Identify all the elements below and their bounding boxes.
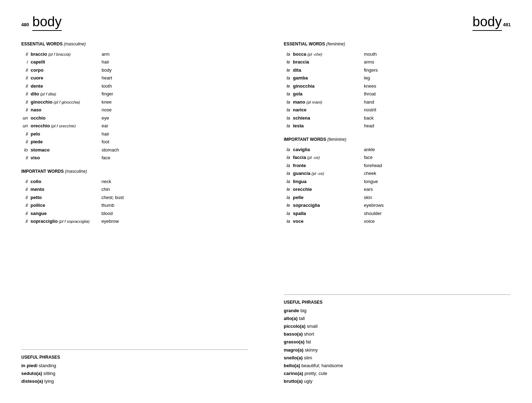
italian-cell: pelo <box>29 130 100 138</box>
left-phrases-list: in piedi standingseduto(a) sittingdistes… <box>21 362 248 385</box>
word-row: lamano (pl mani)hand <box>284 98 511 106</box>
word-row: lalinguatongue <box>284 177 511 186</box>
article-cell: la <box>284 209 292 217</box>
italian-cell: mano (pl mani) <box>292 98 362 106</box>
english-cell: tooth <box>100 82 248 90</box>
word-row: ilsopracciglio (pl f sopracciglia)eyebro… <box>21 217 248 226</box>
article-cell: la <box>284 154 292 162</box>
word-row: unorecchio (pl f orecchie)ear <box>21 122 248 130</box>
english-cell: nostril <box>362 106 511 114</box>
italian-cell: sopracciglia <box>292 202 362 210</box>
word-row: ilcolloneck <box>21 177 248 186</box>
italian-cell: collo <box>29 177 100 186</box>
article-cell: lo <box>21 146 29 154</box>
left-section-important: IMPORTANT WORDS (masculine) ilcollonecki… <box>21 169 248 225</box>
word-row: ilvisoface <box>21 154 248 162</box>
italian-cell: orecchio (pl f orecchie) <box>29 122 100 130</box>
english-cell: back <box>362 114 511 122</box>
english-cell: body <box>100 66 248 74</box>
english-cell: knees <box>362 82 511 90</box>
article-cell: il <box>21 193 29 202</box>
word-row: lebracciaarms <box>284 58 511 66</box>
english-cell: tongue <box>362 177 511 186</box>
important-words-table-left: ilcolloneckilmentochinilpettochest; bust… <box>21 177 248 225</box>
italian-cell: testa <box>292 122 362 130</box>
word-row: ildito (pl f dita)finger <box>21 90 248 98</box>
article-cell: la <box>284 50 292 58</box>
article-cell: la <box>284 106 292 114</box>
italian-cell: naso <box>29 106 100 114</box>
article-cell: il <box>21 66 29 74</box>
article-cell: la <box>284 170 292 178</box>
article-cell: le <box>284 82 292 90</box>
word-row: lavocevoice <box>284 217 511 226</box>
article-cell: il <box>21 138 29 146</box>
english-cell: ears <box>362 186 511 194</box>
article-cell: il <box>21 98 29 106</box>
article-cell: le <box>284 58 292 66</box>
english-cell: voice <box>362 217 511 226</box>
phrase-line: magro(a) skinny <box>284 346 511 354</box>
word-row: ilsangueblood <box>21 209 248 217</box>
article-cell: il <box>21 186 29 194</box>
italian-cell: gamba <box>292 74 362 82</box>
english-cell: hand <box>362 98 511 106</box>
english-cell: eyebrows <box>362 202 511 210</box>
article-cell: il <box>21 90 29 98</box>
word-row: laspallashoulder <box>284 209 511 217</box>
english-cell: arm <box>100 50 248 58</box>
english-cell: forehead <box>362 161 511 170</box>
word-row: ilpettochest; bust <box>21 193 248 202</box>
italian-cell: dente <box>29 82 100 90</box>
word-row: lafaccia (pl -ce)face <box>284 154 511 162</box>
english-cell: foot <box>100 138 248 146</box>
word-row: ilcuoreheart <box>21 74 248 82</box>
italian-cell: braccio (pl f braccia) <box>29 50 100 58</box>
phrase-line: in piedi standing <box>21 362 248 370</box>
word-row: unocchioeye <box>21 114 248 122</box>
important-words-table-right: lacavigliaanklelafaccia (pl -ce)facelafr… <box>284 145 511 225</box>
english-cell: eyebrow <box>100 217 248 226</box>
right-essential-heading: ESSENTIAL WORDS (feminine) <box>284 42 511 46</box>
english-cell: ear <box>100 122 248 130</box>
english-cell: chin <box>100 186 248 194</box>
english-cell: knee <box>100 98 248 106</box>
article-cell: il <box>21 202 29 210</box>
italian-cell: faccia (pl -ce) <box>292 154 362 162</box>
phrase-line: carino(a) pretty; cute <box>284 370 511 377</box>
phrase-line: seduto(a) sitting <box>21 370 248 377</box>
italian-cell: spalla <box>292 209 362 217</box>
italian-cell: orecchie <box>292 186 362 194</box>
italian-cell: dita <box>292 66 362 74</box>
phrase-line: brutto(a) ugly <box>284 377 511 385</box>
italian-cell: voce <box>292 217 362 226</box>
word-row: leginocchiaknees <box>284 82 511 90</box>
english-cell: eye <box>100 114 248 122</box>
word-row: ilnasonose <box>21 106 248 114</box>
left-important-heading: IMPORTANT WORDS (masculine) <box>21 169 248 174</box>
italian-cell: viso <box>29 154 100 162</box>
right-phrases-title: USEFUL PHRASES <box>284 300 511 305</box>
phrase-line: basso(a) short <box>284 330 511 338</box>
phrase-line: bello(a) beautiful; handsome <box>284 362 511 370</box>
italian-cell: caviglia <box>292 145 362 154</box>
english-cell: face <box>362 154 511 162</box>
word-row: laschienaback <box>284 114 511 122</box>
italian-cell: ginocchia <box>292 82 362 90</box>
article-cell: la <box>284 98 292 106</box>
english-cell: thumb <box>100 202 248 210</box>
italian-cell: gola <box>292 90 362 98</box>
italian-cell: narice <box>292 106 362 114</box>
italian-cell: mento <box>29 186 100 194</box>
italian-cell: fronte <box>292 161 362 170</box>
article-cell: un <box>21 122 29 130</box>
word-row: ilpelohair <box>21 130 248 138</box>
word-row: labocca (pl -che)mouth <box>284 50 511 58</box>
english-cell: finger <box>100 90 248 98</box>
english-cell: head <box>362 122 511 130</box>
article-cell: il <box>21 106 29 114</box>
english-cell: mouth <box>362 50 511 58</box>
phrase-line: disteso(a) lying <box>21 377 248 385</box>
right-section-important: IMPORTANT WORDS (feminine) lacavigliaank… <box>284 137 511 225</box>
left-useful-phrases: USEFUL PHRASES in piedi standingseduto(a… <box>21 342 248 385</box>
